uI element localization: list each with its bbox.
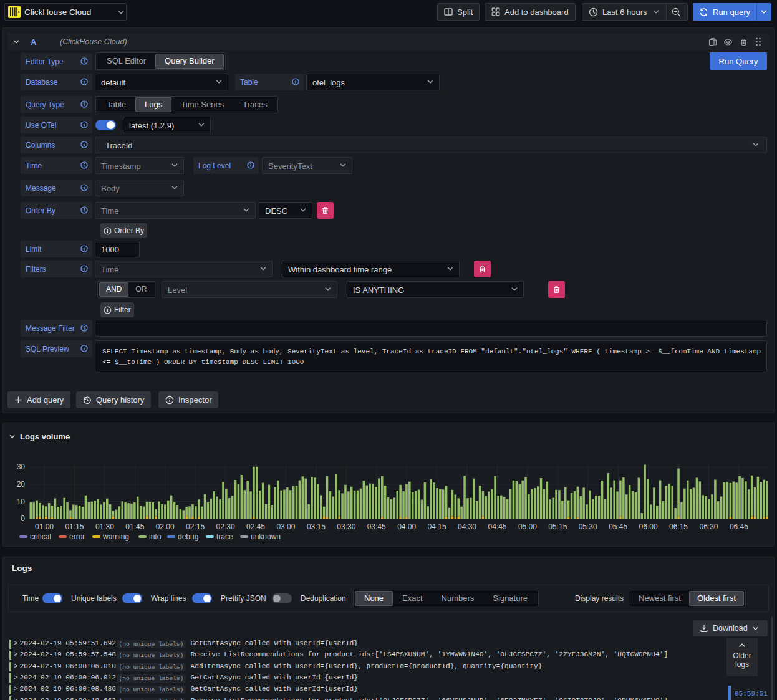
svg-text:01:30: 01:30 [95, 522, 114, 531]
svg-text:20: 20 [17, 480, 26, 489]
svg-text:05:00: 05:00 [518, 522, 537, 531]
svg-text:06:45: 06:45 [730, 522, 748, 531]
svg-text:02:15: 02:15 [186, 522, 205, 531]
svg-text:04:45: 04:45 [488, 522, 506, 531]
svg-text:01:15: 01:15 [65, 522, 84, 531]
svg-text:02:30: 02:30 [216, 522, 235, 531]
svg-text:04:15: 04:15 [428, 522, 446, 531]
svg-text:0: 0 [21, 514, 25, 523]
svg-text:04:30: 04:30 [458, 522, 476, 531]
svg-text:30: 30 [17, 463, 26, 471]
svg-text:05:15: 05:15 [548, 522, 567, 531]
svg-text:03:15: 03:15 [307, 522, 326, 531]
svg-text:02:45: 02:45 [246, 522, 265, 531]
svg-text:06:00: 06:00 [639, 522, 658, 531]
svg-text:01:00: 01:00 [35, 522, 54, 531]
svg-text:04:00: 04:00 [397, 522, 416, 531]
svg-text:02:00: 02:00 [156, 522, 175, 531]
svg-text:03:45: 03:45 [367, 522, 386, 531]
svg-text:01:45: 01:45 [125, 522, 144, 531]
svg-text:06:30: 06:30 [699, 522, 718, 531]
svg-text:06:15: 06:15 [669, 522, 688, 531]
svg-text:05:45: 05:45 [609, 522, 627, 531]
svg-text:05:30: 05:30 [579, 522, 597, 531]
svg-text:03:30: 03:30 [337, 522, 355, 531]
svg-text:10: 10 [17, 497, 26, 506]
svg-text:03:00: 03:00 [276, 522, 295, 531]
